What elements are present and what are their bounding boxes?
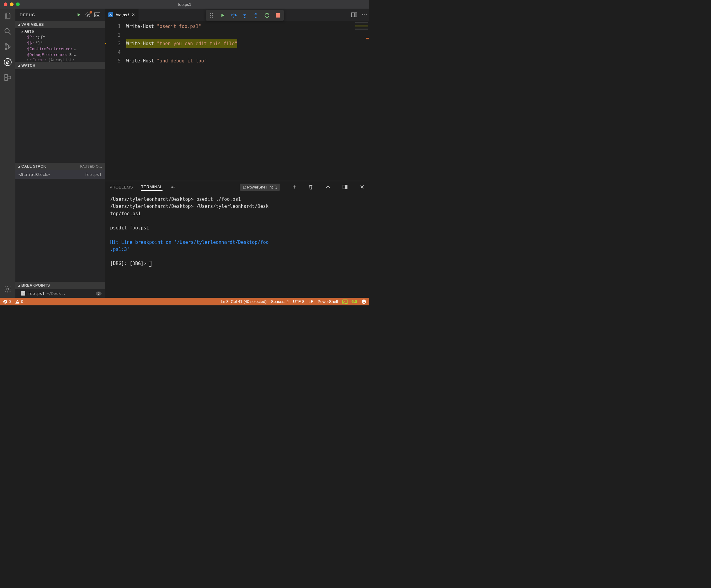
variable-row[interactable]: $ConfirmPreference:… [15,46,105,52]
panel-overflow-button[interactable]: ••• [171,185,175,189]
status-eol[interactable]: LF [309,299,313,304]
scrollbar[interactable] [366,21,369,181]
watch-section [15,69,105,163]
debug-sidebar-header: DEBUG [15,8,105,21]
svg-rect-6 [5,74,7,77]
split-editor-button[interactable] [351,12,357,17]
status-encoding[interactable]: UTF-8 [293,299,304,304]
code-editor[interactable]: 1 2 3 4 5 Write-Host "psedit foo.ps1" Wr… [105,21,369,181]
twisty-down-icon: ◢ [18,284,20,287]
drag-handle-icon[interactable] [208,12,215,19]
editor-tab-foo[interactable]: foo.ps1 × [105,8,138,21]
breakpoint-current-icon [105,41,107,46]
maximize-panel-button[interactable] [325,185,330,188]
stop-button[interactable] [275,12,281,19]
svg-point-16 [210,17,211,18]
breakpoints-section-header[interactable]: ◢ BREAKPOINTS [15,282,105,289]
svg-point-19 [244,17,245,18]
breakpoint-checkbox[interactable]: ✓ [21,291,25,296]
new-terminal-button[interactable]: + [293,184,296,191]
twisty-down-icon: ◢ [18,64,20,67]
debug-console-button[interactable] [94,12,100,17]
extensions-icon[interactable] [3,73,12,82]
svg-rect-23 [354,13,357,17]
status-cursor-position[interactable]: Ln 3, Col 41 (40 selected) [221,299,266,304]
svg-point-10 [87,14,89,16]
breakpoint-row[interactable]: ✓ foo.ps1 ~/Desk.. 3 [15,289,105,298]
variable-row[interactable]: $^:"@{" [15,34,105,40]
chevron-updown-icon: ⇅ [274,185,277,189]
close-tab-button[interactable]: × [132,12,134,18]
terminal-icon: >_ [342,299,348,304]
svg-point-20 [255,17,256,18]
titlebar: foo.ps1 [0,0,369,8]
terminal-cursor [149,261,151,267]
status-indentation[interactable]: Spaces: 4 [271,299,289,304]
variable-row[interactable]: $$:"}" [15,40,105,46]
svg-rect-8 [8,76,11,79]
svg-point-28 [362,299,366,304]
watch-section-header[interactable]: ◢ WATCH [15,62,105,69]
variable-row[interactable]: $DebugPreference:Si… [15,52,105,58]
terminal-tab[interactable]: TERMINAL [141,183,163,191]
debug-icon[interactable] [3,58,12,66]
variable-row[interactable]: ▸$Error:[ArrayList: [15,58,105,62]
callstack-frame[interactable]: <ScriptBlock> foo.ps1 [15,170,105,179]
svg-rect-11 [94,13,100,17]
toggle-panel-button[interactable] [343,185,347,189]
status-warnings[interactable]: 0 [15,299,23,304]
svg-point-13 [212,13,213,14]
more-actions-button[interactable]: ··· [362,12,367,18]
svg-point-29 [363,301,364,301]
svg-point-0 [5,29,9,33]
activity-bar [0,8,15,298]
search-icon[interactable] [3,27,12,36]
variables-scope-auto[interactable]: ◢ Auto [15,28,105,34]
status-language[interactable]: PowerShell [318,299,338,304]
svg-point-15 [212,15,213,16]
debug-toolbar[interactable] [206,10,284,21]
settings-gear-icon[interactable] [3,285,12,293]
step-out-button[interactable] [252,12,259,19]
line-gutter: 1 2 3 4 5 [105,21,126,181]
panel-tab-bar: PROBLEMS TERMINAL ••• 1: PowerShell Int⇅… [105,181,369,193]
svg-point-9 [7,288,9,290]
variables-section: ◢ Auto $^:"@{" $$:"}" $ConfirmPreference… [15,28,105,62]
svg-point-3 [8,46,10,48]
editor-group: foo.ps1 × ··· 1 [105,8,369,298]
debug-sidebar: DEBUG ◢ VARIABLES ◢ Auto [15,8,105,298]
problems-tab[interactable]: PROBLEMS [110,184,133,191]
status-bar: 0 0 Ln 3, Col 41 (40 selected) Spaces: 4… [0,298,369,306]
svg-rect-21 [276,13,280,18]
status-ps-version[interactable]: >_ 6.0 [342,299,357,304]
window-title: foo.ps1 [0,2,369,7]
status-feedback-icon[interactable] [361,299,366,304]
svg-point-1 [5,44,7,45]
debug-config-button[interactable] [85,12,90,18]
editor-tabbar: foo.ps1 × ··· [105,8,369,21]
source-control-icon[interactable] [3,42,12,51]
terminal-selector[interactable]: 1: PowerShell Int⇅ [240,184,280,191]
svg-rect-26 [345,185,347,189]
start-debug-button[interactable] [76,12,81,17]
step-into-button[interactable] [241,12,248,19]
svg-point-2 [5,48,7,50]
variables-section-header[interactable]: ◢ VARIABLES [15,21,105,28]
explorer-icon[interactable] [3,12,12,20]
kill-terminal-button[interactable] [308,184,313,190]
svg-point-14 [210,15,211,16]
code-area[interactable]: Write-Host "psedit foo.ps1" Write-Host "… [126,21,354,181]
svg-point-30 [364,301,365,301]
twisty-down-icon: ◢ [21,30,22,33]
close-panel-button[interactable]: ✕ [360,184,364,190]
step-over-button[interactable] [230,12,237,19]
twisty-down-icon: ◢ [18,23,20,26]
continue-button[interactable] [219,12,226,19]
svg-point-18 [233,17,235,18]
restart-button[interactable] [263,12,270,19]
callstack-spacer [15,179,105,282]
status-errors[interactable]: 0 [3,299,11,304]
callstack-section-header[interactable]: ◢ CALL STACK PAUSED O… [15,163,105,170]
twisty-down-icon: ◢ [18,165,20,168]
terminal-output[interactable]: /Users/tylerleonhardt/Desktop> psedit ./… [105,193,369,298]
